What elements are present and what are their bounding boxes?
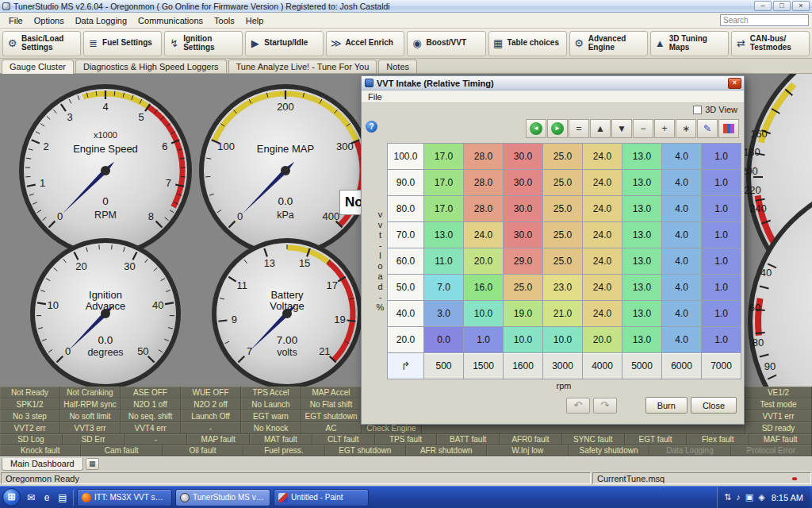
start-button[interactable]: ⊞: [2, 488, 21, 506]
vvt-cell[interactable]: 13.0: [622, 301, 662, 327]
vvt-cell[interactable]: 0.0: [424, 327, 464, 353]
vvt-cell[interactable]: 4.0: [662, 301, 702, 327]
vvt-cell[interactable]: 13.0: [622, 170, 662, 196]
vvt-cell[interactable]: 24.0: [583, 222, 622, 248]
vvt-cell[interactable]: 13.0: [622, 248, 662, 275]
vvt-cell[interactable]: 17.0: [424, 170, 464, 196]
vvt-cell[interactable]: 20.0: [464, 248, 504, 275]
vvt-cell[interactable]: 24.0: [583, 248, 622, 275]
increase-button[interactable]: +: [654, 119, 675, 138]
vvt-cell[interactable]: 10.0: [504, 327, 543, 353]
close-dialog-button[interactable]: Close: [691, 397, 737, 414]
vvt-cell[interactable]: 30.0: [504, 196, 543, 222]
taskbar-window-paint[interactable]: Untitled - Paint: [274, 489, 369, 506]
network-icon[interactable]: ⇅: [724, 492, 731, 502]
vvt-cell[interactable]: 24.0: [583, 196, 622, 222]
vvt-cell[interactable]: 30.0: [504, 144, 543, 170]
taskbar-window-firefox[interactable]: ITT: MS3X VVT setti...: [77, 489, 172, 506]
vvt-cell[interactable]: 16.0: [464, 275, 504, 301]
menu-item-file[interactable]: File: [3, 14, 29, 27]
vvt-cell[interactable]: 4.0: [662, 144, 702, 170]
increment-down-button[interactable]: ▼: [611, 119, 632, 138]
close-button[interactable]: ×: [792, 1, 810, 11]
vvt-cell[interactable]: 28.0: [464, 170, 504, 196]
vvt-cell[interactable]: 13.0: [622, 327, 662, 353]
vvt-cell[interactable]: 21.0: [543, 301, 583, 327]
menu-item-data-logging[interactable]: Data Logging: [70, 14, 132, 27]
dialog-titlebar[interactable]: VVT Intake (Relative Timing) ×: [362, 76, 744, 90]
tab-gauge-cluster[interactable]: Gauge Cluster: [2, 60, 74, 74]
vvt-cell[interactable]: 13.0: [622, 144, 662, 170]
menu-item-options[interactable]: Options: [29, 14, 70, 27]
vvt-cell[interactable]: 17.0: [424, 196, 464, 222]
burn-button[interactable]: Burn: [645, 397, 688, 414]
internet-explorer-icon[interactable]: e: [40, 491, 54, 505]
menu-item-communications[interactable]: Communications: [132, 14, 209, 27]
menu-item-tools[interactable]: Tools: [209, 14, 240, 27]
set-equal-button[interactable]: =: [569, 119, 589, 138]
updates-icon[interactable]: ◈: [758, 492, 764, 502]
axis-corner-button[interactable]: ↱: [388, 353, 424, 379]
vvt-cell[interactable]: 10.0: [464, 301, 504, 327]
vvt-cell[interactable]: 4.0: [662, 222, 702, 248]
vvt-cell[interactable]: 1.0: [702, 301, 741, 327]
increment-up-button[interactable]: ▲: [590, 119, 611, 138]
vvt-cell[interactable]: 17.0: [424, 144, 464, 170]
tab-tune-analyze-live-tune-for-you[interactable]: Tune Analyze Live! - Tune For You: [228, 60, 377, 73]
vvt-cell[interactable]: 13.0: [424, 222, 464, 248]
vvt-cell[interactable]: 4.0: [662, 170, 702, 196]
vvt-cell[interactable]: 24.0: [583, 301, 622, 327]
view-3d-checkbox[interactable]: [693, 106, 702, 114]
edit-pencil-button[interactable]: ✎: [697, 119, 718, 138]
minimize-button[interactable]: –: [754, 1, 772, 11]
help-icon[interactable]: ?: [366, 121, 377, 133]
show-desktop-icon[interactable]: ▤: [56, 491, 70, 505]
maximize-button[interactable]: □: [773, 1, 791, 11]
tuning-maps-3d-button[interactable]: ▲3D Tuning Maps: [650, 31, 729, 56]
multiply-button[interactable]: ∗: [676, 119, 696, 138]
dialog-menu-file[interactable]: File: [362, 92, 389, 102]
basic-load-settings-button[interactable]: ⚙Basic/Load Settings: [2, 31, 81, 56]
tab-notes[interactable]: Notes: [378, 60, 417, 73]
volume-icon[interactable]: ♪: [736, 492, 741, 502]
fuel-settings-button[interactable]: ≣Fuel Settings: [83, 31, 162, 56]
view-3d-toggle[interactable]: 3D View: [693, 105, 737, 114]
vvt-cell[interactable]: 1.0: [464, 327, 504, 353]
vvt-cell[interactable]: 20.0: [583, 327, 622, 353]
vvt-cell[interactable]: 13.0: [622, 275, 662, 301]
ignition-settings-button[interactable]: ↯Ignition Settings: [164, 31, 243, 56]
vvt-cell[interactable]: 1.0: [702, 248, 741, 275]
menu-item-help[interactable]: Help: [240, 14, 270, 27]
vvt-cell[interactable]: 29.0: [504, 248, 543, 275]
vvt-cell[interactable]: 24.0: [583, 275, 622, 301]
vvt-cell[interactable]: 1.0: [702, 144, 741, 170]
dashboard-selector-icon[interactable]: ▦: [86, 458, 99, 470]
vvt-cell[interactable]: 1.0: [702, 170, 741, 196]
nav-forward-button[interactable]: ►: [547, 119, 568, 138]
vvt-cell[interactable]: 4.0: [662, 327, 702, 353]
vvt-cell[interactable]: 4.0: [662, 196, 702, 222]
vvt-cell[interactable]: 7.0: [424, 275, 464, 301]
safety-icon[interactable]: ▣: [745, 492, 753, 502]
vvt-cell[interactable]: 28.0: [464, 196, 504, 222]
undo-button[interactable]: ↶: [566, 398, 590, 414]
vvt-cell[interactable]: 11.0: [424, 248, 464, 275]
can-bus-testmodes-button[interactable]: ⇄CAN-bus/ Testmodes: [731, 31, 810, 56]
vvt-cell[interactable]: 30.0: [504, 170, 543, 196]
vvt-cell[interactable]: 24.0: [583, 170, 622, 196]
vvt-cell[interactable]: 13.0: [622, 222, 662, 248]
mail-icon[interactable]: ✉: [24, 491, 38, 505]
vvt-cell[interactable]: 19.0: [504, 301, 543, 327]
tab-diagnostics-high-speed-loggers[interactable]: Diagnostics & High Speed Loggers: [75, 60, 227, 73]
vvt-cell[interactable]: 10.0: [543, 327, 583, 353]
vvt-cell[interactable]: 23.0: [543, 275, 583, 301]
nav-back-button[interactable]: ◄: [526, 119, 546, 138]
vvt-cell[interactable]: 25.0: [543, 196, 583, 222]
startup-idle-button[interactable]: ▶Startup/Idle: [245, 31, 324, 56]
color-palette-button[interactable]: [718, 119, 739, 138]
vvt-cell[interactable]: 24.0: [464, 222, 504, 248]
vvt-cell[interactable]: 25.0: [543, 170, 583, 196]
vvt-cell[interactable]: 1.0: [702, 222, 741, 248]
vvt-cell[interactable]: 24.0: [583, 144, 622, 170]
dialog-close-button[interactable]: ×: [728, 78, 741, 89]
